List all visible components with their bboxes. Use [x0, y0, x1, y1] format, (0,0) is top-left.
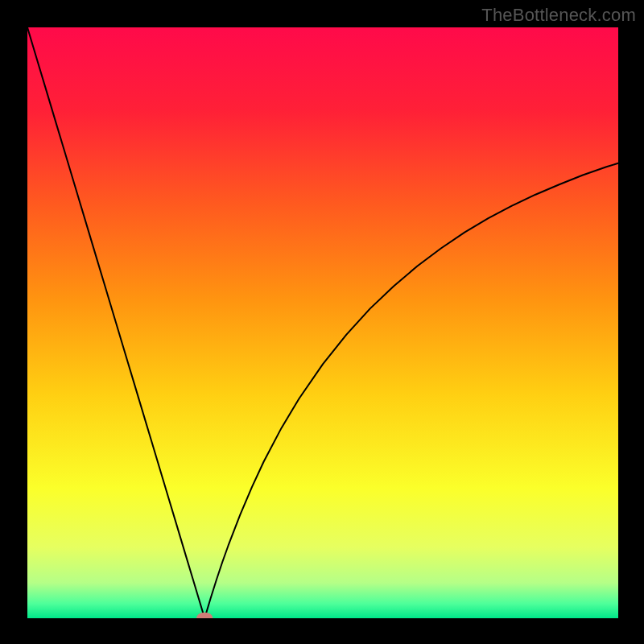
- watermark-text: TheBottleneck.com: [481, 5, 636, 26]
- chart-frame: TheBottleneck.com: [0, 0, 644, 644]
- chart-svg: [27, 27, 618, 618]
- plot-area: [27, 27, 618, 618]
